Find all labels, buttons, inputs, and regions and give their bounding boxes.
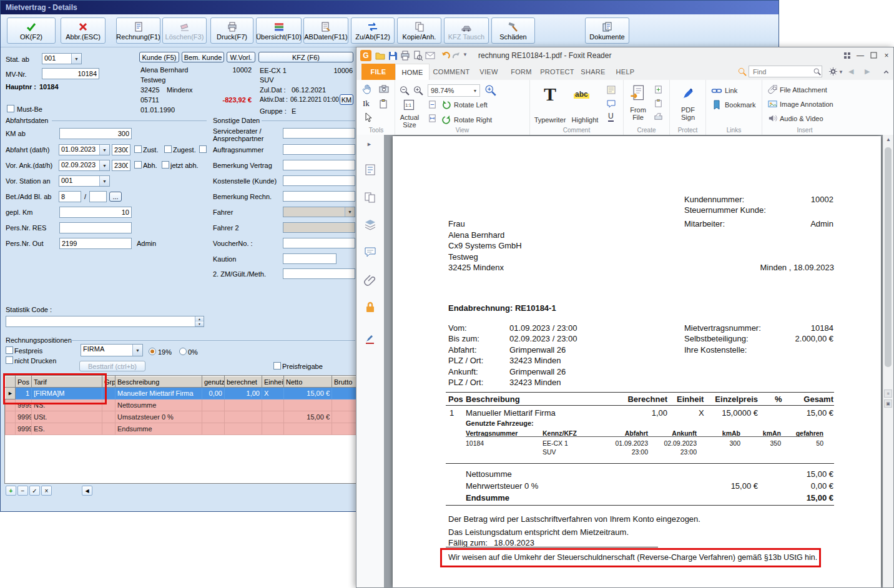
from-scanner-icon[interactable] <box>654 112 663 122</box>
scroll-up-icon[interactable]: ▲ <box>886 137 891 142</box>
print-preview-icon[interactable] <box>413 51 423 61</box>
pers-res-input[interactable] <box>59 222 132 233</box>
note-icon[interactable] <box>606 85 616 95</box>
dropdown-arrow-icon[interactable]: ▼ <box>132 345 142 356</box>
kostenstelle-input[interactable] <box>283 175 355 186</box>
bet-input[interactable] <box>59 191 81 202</box>
security-panel-icon[interactable] <box>364 301 376 313</box>
minimize-button[interactable]: — <box>854 49 867 61</box>
file-attachment-label[interactable]: File Attachment <box>780 86 827 94</box>
jetzt-abh-checkbox[interactable] <box>162 161 169 169</box>
col-einheit[interactable]: Einheit <box>262 376 284 388</box>
open-folder-icon[interactable] <box>375 51 385 61</box>
marquee-zoom-icon[interactable] <box>484 84 496 96</box>
add-bl-input[interactable] <box>89 191 107 202</box>
save-icon[interactable] <box>388 51 398 61</box>
kunde-button[interactable]: Kunde (F5) <box>139 52 179 62</box>
gear-dropdown-icon[interactable]: ▼ <box>838 69 843 75</box>
image-annotation-label[interactable]: Image Annotation <box>780 100 833 108</box>
tab-form[interactable]: FORM <box>504 64 538 80</box>
pers-out-input[interactable] <box>59 238 132 249</box>
voucherno-input[interactable] <box>283 238 355 248</box>
kfz-button[interactable]: KFZ (F6) <box>258 52 353 62</box>
scroll-left-button[interactable]: ◀ <box>82 486 92 496</box>
from-clipboard-icon[interactable] <box>654 99 663 108</box>
rotate-right-icon[interactable] <box>441 115 451 125</box>
col-berechnet[interactable]: berechnet <box>225 376 262 388</box>
dropdown-arrow-icon[interactable]: ▼ <box>471 89 479 93</box>
tarif-select[interactable]: FIRMA▼ <box>81 344 143 356</box>
image-annotation-icon[interactable] <box>767 99 778 109</box>
audio-video-label[interactable]: Audio & Video <box>780 115 823 122</box>
comment-bubble-icon[interactable] <box>606 99 616 109</box>
nav-back-icon[interactable]: ◀ <box>848 67 853 76</box>
add-row-button[interactable]: + <box>6 486 16 496</box>
rotate-right-label[interactable]: Rotate Right <box>454 116 492 124</box>
zoom-level-select[interactable]: 98.74%▼ <box>428 84 480 97</box>
link-icon[interactable] <box>711 85 722 96</box>
clipboard-icon[interactable] <box>378 99 388 109</box>
abh-checkbox[interactable] <box>134 161 142 169</box>
more-button[interactable]: ... <box>109 192 122 202</box>
close-button[interactable]: × <box>880 49 893 61</box>
collapse-ribbon-icon[interactable] <box>882 68 890 76</box>
typewriter-icon[interactable]: T <box>544 85 556 104</box>
rotate-left-icon[interactable] <box>441 100 451 110</box>
tab-home[interactable]: HOME <box>395 64 430 80</box>
actual-size-icon[interactable]: 1:1 <box>403 99 415 111</box>
mv-nr-input[interactable] <box>42 68 99 79</box>
dropdown-arrow-icon[interactable]: ▼ <box>71 54 81 64</box>
tab-file[interactable]: FILE <box>361 64 395 80</box>
typewriter-label[interactable]: Typewriter <box>531 116 569 124</box>
from-file-label[interactable]: From File <box>624 106 652 121</box>
ok-button[interactable]: OK(F2) <box>7 17 56 44</box>
tab-share[interactable]: SHARE <box>576 64 610 80</box>
remove-row-button[interactable]: − <box>17 486 28 496</box>
attachments-panel-icon[interactable] <box>364 273 376 286</box>
vor-ank-date-select[interactable]: 02.09.2023▼ <box>59 160 110 171</box>
summary-row[interactable]: 99991 NS. Nettosumme <box>6 399 380 411</box>
km-button[interactable]: KM <box>340 94 353 105</box>
mietvertrag-titlebar[interactable]: Mietvertrag - Details <box>1 1 779 14</box>
ui-grid-icon[interactable] <box>841 49 853 61</box>
signature-panel-icon[interactable] <box>364 332 376 345</box>
email-icon[interactable] <box>425 51 435 61</box>
find-input[interactable] <box>749 66 822 77</box>
hand-tool-icon[interactable] <box>361 83 374 96</box>
search-icon[interactable] <box>813 67 821 76</box>
col-pos[interactable]: Pos <box>16 376 32 388</box>
highlight-icon[interactable]: abc <box>574 90 589 99</box>
rechnung-button[interactable]: Rechnung(F1) <box>116 17 160 44</box>
zugest-checkbox[interactable] <box>164 145 172 153</box>
snapshot-icon[interactable] <box>378 84 390 95</box>
vor-ank-time-input[interactable] <box>112 160 130 171</box>
bem-kunde-button[interactable]: Bem. Kunde <box>182 52 224 62</box>
col-genutzt[interactable]: genutzt <box>202 376 225 388</box>
bemerkung-vertrag-input[interactable] <box>283 160 355 170</box>
zust-checkbox[interactable] <box>134 145 142 153</box>
kopie-button[interactable]: Kopie/Anh. <box>397 17 441 44</box>
statistik-code-select[interactable]: ▲▼ <box>6 316 204 327</box>
tab-comment[interactable]: COMMENT <box>430 64 473 80</box>
zm-gult-meth-input[interactable] <box>283 268 355 279</box>
audio-video-icon[interactable] <box>767 113 778 124</box>
tab-protect[interactable]: PROTECT <box>538 64 576 80</box>
vertical-scrollbar[interactable]: ▲ ≡ ▣ <box>883 135 893 587</box>
festpreis-checkbox[interactable] <box>6 346 13 354</box>
druck-button[interactable]: Druck(F7) <box>210 17 253 44</box>
km-ab-input[interactable] <box>59 128 132 139</box>
auftragsnummer-input[interactable] <box>283 144 355 155</box>
zoom-in-icon[interactable] <box>413 85 423 96</box>
fit-page-icon[interactable] <box>428 100 437 109</box>
fit-width-icon[interactable] <box>428 114 437 123</box>
foxit-titlebar[interactable]: G ▼ rechnung RE10184-1.pdf - Foxit Reade… <box>356 47 893 64</box>
document-area[interactable]: Kundennummer: 10002 Steuernummer Kunde: … <box>384 135 883 587</box>
bookmark-label[interactable]: Bookmark <box>725 101 756 109</box>
from-file-icon[interactable] <box>630 85 645 101</box>
kaution-input[interactable] <box>283 253 336 264</box>
scroll-widget-icon[interactable]: ≡ <box>884 390 892 398</box>
loeschen-button[interactable]: Löschen(F3) <box>162 17 207 44</box>
gear-icon[interactable] <box>828 67 838 76</box>
select-text-icon[interactable]: Ik <box>363 99 370 109</box>
vat0-radio[interactable] <box>179 348 187 355</box>
